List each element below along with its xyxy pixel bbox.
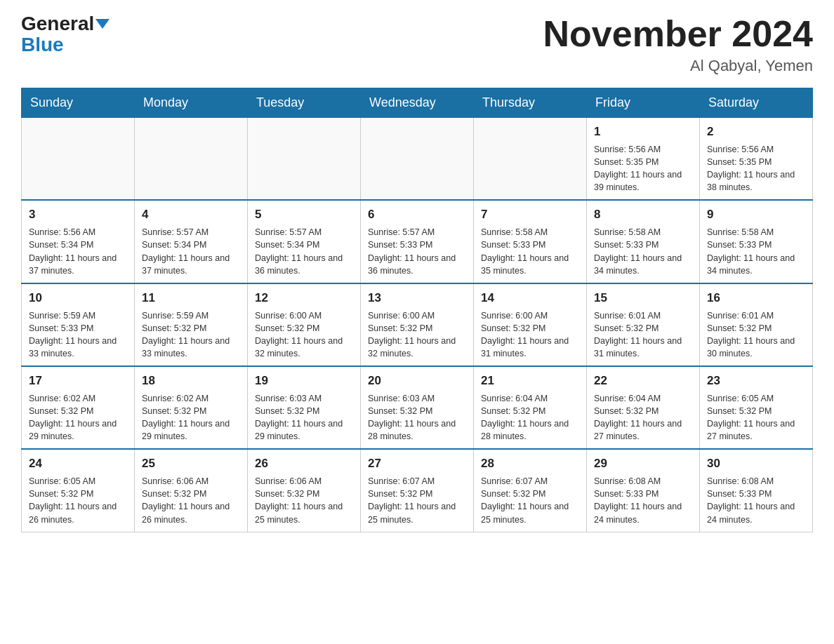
- day-info: Sunrise: 6:06 AMSunset: 5:32 PMDaylight:…: [142, 475, 240, 526]
- day-number: 8: [594, 206, 692, 223]
- table-row: 27Sunrise: 6:07 AMSunset: 5:32 PMDayligh…: [361, 449, 474, 532]
- table-row: 14Sunrise: 6:00 AMSunset: 5:32 PMDayligh…: [474, 283, 587, 366]
- day-info: Sunrise: 6:05 AMSunset: 5:32 PMDaylight:…: [29, 475, 127, 526]
- day-number: 15: [594, 290, 692, 307]
- day-info: Sunrise: 6:06 AMSunset: 5:32 PMDaylight:…: [255, 475, 353, 526]
- day-info: Sunrise: 6:01 AMSunset: 5:32 PMDaylight:…: [594, 309, 692, 361]
- table-row: 9Sunrise: 5:58 AMSunset: 5:33 PMDaylight…: [700, 200, 813, 283]
- day-number: 11: [142, 290, 240, 307]
- table-row: 5Sunrise: 5:57 AMSunset: 5:34 PMDaylight…: [248, 200, 361, 283]
- day-number: 2: [707, 123, 805, 140]
- table-row: 21Sunrise: 6:04 AMSunset: 5:32 PMDayligh…: [474, 366, 587, 449]
- table-row: 25Sunrise: 6:06 AMSunset: 5:32 PMDayligh…: [135, 449, 248, 532]
- table-row: 16Sunrise: 6:01 AMSunset: 5:32 PMDayligh…: [700, 283, 813, 366]
- day-info: Sunrise: 5:57 AMSunset: 5:34 PMDaylight:…: [142, 226, 240, 277]
- logo-text-blue: Blue: [21, 35, 64, 55]
- day-info: Sunrise: 5:58 AMSunset: 5:33 PMDaylight:…: [481, 226, 579, 277]
- col-monday: Monday: [135, 88, 248, 118]
- day-info: Sunrise: 5:59 AMSunset: 5:33 PMDaylight:…: [29, 309, 127, 361]
- month-title: November 2024: [543, 14, 813, 54]
- table-row: 20Sunrise: 6:03 AMSunset: 5:32 PMDayligh…: [361, 366, 474, 449]
- day-info: Sunrise: 6:02 AMSunset: 5:32 PMDaylight:…: [142, 392, 240, 443]
- day-number: 5: [255, 206, 353, 223]
- page-header: General Blue November 2024 Al Qabyal, Ye…: [21, 14, 813, 75]
- day-number: 1: [594, 123, 692, 140]
- logo-text-general: General: [21, 14, 94, 34]
- day-info: Sunrise: 5:59 AMSunset: 5:32 PMDaylight:…: [142, 309, 240, 361]
- table-row: 8Sunrise: 5:58 AMSunset: 5:33 PMDaylight…: [587, 200, 700, 283]
- table-row: 12Sunrise: 6:00 AMSunset: 5:32 PMDayligh…: [248, 283, 361, 366]
- day-info: Sunrise: 6:01 AMSunset: 5:32 PMDaylight:…: [707, 309, 805, 361]
- day-info: Sunrise: 6:07 AMSunset: 5:32 PMDaylight:…: [481, 475, 579, 526]
- table-row: 4Sunrise: 5:57 AMSunset: 5:34 PMDaylight…: [135, 200, 248, 283]
- day-number: 21: [481, 373, 579, 389]
- day-info: Sunrise: 6:08 AMSunset: 5:33 PMDaylight:…: [594, 475, 692, 526]
- table-row: 1Sunrise: 5:56 AMSunset: 5:35 PMDaylight…: [587, 118, 700, 201]
- day-info: Sunrise: 5:58 AMSunset: 5:33 PMDaylight:…: [594, 226, 692, 277]
- day-info: Sunrise: 6:00 AMSunset: 5:32 PMDaylight:…: [255, 309, 353, 361]
- day-number: 14: [481, 290, 579, 307]
- day-number: 23: [707, 373, 805, 389]
- table-row: 24Sunrise: 6:05 AMSunset: 5:32 PMDayligh…: [22, 449, 135, 532]
- day-number: 28: [481, 455, 579, 472]
- title-area: November 2024 Al Qabyal, Yemen: [543, 14, 813, 75]
- table-row: 22Sunrise: 6:04 AMSunset: 5:32 PMDayligh…: [587, 366, 700, 449]
- logo: General Blue: [21, 14, 110, 55]
- col-saturday: Saturday: [700, 88, 813, 118]
- day-number: 29: [594, 455, 692, 472]
- day-number: 4: [142, 206, 240, 223]
- day-number: 13: [368, 290, 466, 307]
- day-info: Sunrise: 6:08 AMSunset: 5:33 PMDaylight:…: [707, 475, 805, 526]
- day-info: Sunrise: 6:04 AMSunset: 5:32 PMDaylight:…: [481, 392, 579, 443]
- day-info: Sunrise: 6:05 AMSunset: 5:32 PMDaylight:…: [707, 392, 805, 443]
- table-row: [361, 118, 474, 201]
- table-row: 11Sunrise: 5:59 AMSunset: 5:32 PMDayligh…: [135, 283, 248, 366]
- table-row: 29Sunrise: 6:08 AMSunset: 5:33 PMDayligh…: [587, 449, 700, 532]
- table-row: 10Sunrise: 5:59 AMSunset: 5:33 PMDayligh…: [22, 283, 135, 366]
- day-info: Sunrise: 5:57 AMSunset: 5:33 PMDaylight:…: [368, 226, 466, 277]
- table-row: 23Sunrise: 6:05 AMSunset: 5:32 PMDayligh…: [700, 366, 813, 449]
- day-number: 3: [29, 206, 127, 223]
- day-number: 24: [29, 455, 127, 472]
- calendar-header-row: Sunday Monday Tuesday Wednesday Thursday…: [22, 88, 813, 118]
- day-number: 6: [368, 206, 466, 223]
- day-info: Sunrise: 6:07 AMSunset: 5:32 PMDaylight:…: [368, 475, 466, 526]
- calendar-table: Sunday Monday Tuesday Wednesday Thursday…: [21, 88, 813, 532]
- day-number: 26: [255, 455, 353, 472]
- table-row: [135, 118, 248, 201]
- table-row: 6Sunrise: 5:57 AMSunset: 5:33 PMDaylight…: [361, 200, 474, 283]
- day-number: 19: [255, 373, 353, 389]
- table-row: 2Sunrise: 5:56 AMSunset: 5:35 PMDaylight…: [700, 118, 813, 201]
- table-row: 13Sunrise: 6:00 AMSunset: 5:32 PMDayligh…: [361, 283, 474, 366]
- col-wednesday: Wednesday: [361, 88, 474, 118]
- day-number: 20: [368, 373, 466, 389]
- day-number: 16: [707, 290, 805, 307]
- table-row: 3Sunrise: 5:56 AMSunset: 5:34 PMDaylight…: [22, 200, 135, 283]
- day-number: 17: [29, 373, 127, 389]
- calendar-week-row: 10Sunrise: 5:59 AMSunset: 5:33 PMDayligh…: [22, 283, 813, 366]
- day-number: 7: [481, 206, 579, 223]
- table-row: 19Sunrise: 6:03 AMSunset: 5:32 PMDayligh…: [248, 366, 361, 449]
- day-number: 30: [707, 455, 805, 472]
- day-info: Sunrise: 6:02 AMSunset: 5:32 PMDaylight:…: [29, 392, 127, 443]
- day-number: 22: [594, 373, 692, 389]
- table-row: [248, 118, 361, 201]
- day-info: Sunrise: 6:03 AMSunset: 5:32 PMDaylight:…: [255, 392, 353, 443]
- col-sunday: Sunday: [22, 88, 135, 118]
- table-row: [22, 118, 135, 201]
- location-subtitle: Al Qabyal, Yemen: [543, 57, 813, 75]
- day-number: 12: [255, 290, 353, 307]
- day-info: Sunrise: 5:58 AMSunset: 5:33 PMDaylight:…: [707, 226, 805, 277]
- table-row: [474, 118, 587, 201]
- calendar-week-row: 3Sunrise: 5:56 AMSunset: 5:34 PMDaylight…: [22, 200, 813, 283]
- day-number: 27: [368, 455, 466, 472]
- day-info: Sunrise: 6:04 AMSunset: 5:32 PMDaylight:…: [594, 392, 692, 443]
- calendar-week-row: 24Sunrise: 6:05 AMSunset: 5:32 PMDayligh…: [22, 449, 813, 532]
- table-row: 7Sunrise: 5:58 AMSunset: 5:33 PMDaylight…: [474, 200, 587, 283]
- table-row: 15Sunrise: 6:01 AMSunset: 5:32 PMDayligh…: [587, 283, 700, 366]
- day-info: Sunrise: 6:03 AMSunset: 5:32 PMDaylight:…: [368, 392, 466, 443]
- calendar-week-row: 17Sunrise: 6:02 AMSunset: 5:32 PMDayligh…: [22, 366, 813, 449]
- day-info: Sunrise: 5:56 AMSunset: 5:35 PMDaylight:…: [594, 143, 692, 194]
- day-info: Sunrise: 5:56 AMSunset: 5:34 PMDaylight:…: [29, 226, 127, 277]
- calendar-week-row: 1Sunrise: 5:56 AMSunset: 5:35 PMDaylight…: [22, 118, 813, 201]
